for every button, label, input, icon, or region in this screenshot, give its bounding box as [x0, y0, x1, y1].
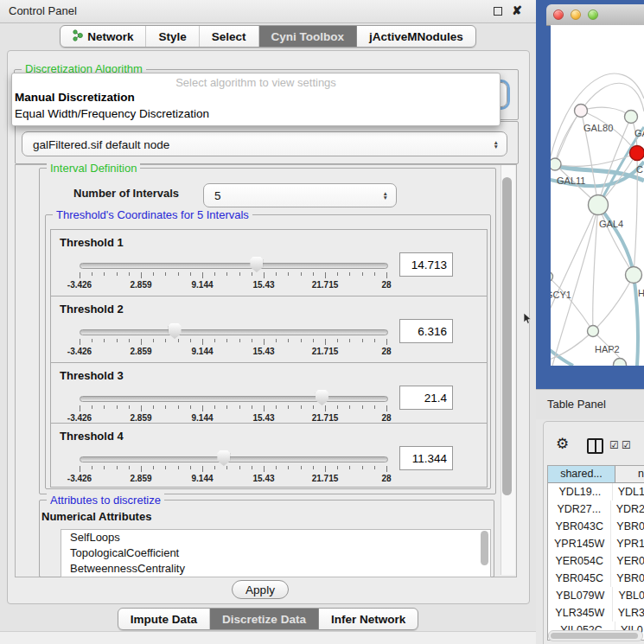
minimize-traffic-light-icon[interactable] — [571, 10, 581, 20]
table-row[interactable]: YBR043CYBR0 — [548, 518, 644, 535]
table-panel-title: Table Panel — [547, 398, 606, 411]
cell-shared-name[interactable]: YDL19... — [548, 483, 613, 501]
network-node-gal80[interactable] — [575, 105, 588, 118]
table-panel-body: ⚙ ☑ ☑ shared...nYDL19...YDL1YDR27...YDR2… — [543, 421, 644, 644]
tab-select[interactable]: Select — [200, 26, 259, 47]
threshold-label: Threshold 3 — [60, 369, 124, 382]
cell-shared-name[interactable]: YBR043C — [548, 518, 611, 535]
cell-name[interactable]: YPR1 — [611, 535, 644, 552]
cell-name[interactable]: YBR0 — [611, 518, 644, 535]
tick-mark — [202, 405, 203, 411]
attributes-scrollbar-thumb[interactable] — [481, 531, 488, 565]
tick-mark — [252, 272, 252, 276]
cell-shared-name[interactable]: YDR27... — [548, 501, 611, 518]
slider-track[interactable] — [80, 263, 388, 269]
tick-mark — [276, 272, 277, 276]
table-row[interactable]: YLR345WYLR3 — [548, 604, 644, 622]
horizontal-scrollbar-thumb[interactable] — [551, 633, 638, 639]
attribute-item-selfloops[interactable]: SelfLoops — [61, 530, 490, 545]
gray-edge — [598, 205, 634, 275]
table-row[interactable]: YBR045CYBR0 — [548, 570, 644, 587]
attribute-item-topologicalcoefficient[interactable]: TopologicalCoefficient — [61, 545, 490, 561]
slider-track[interactable] — [80, 456, 388, 462]
tick-mark — [214, 466, 215, 469]
slider-thumb[interactable] — [250, 257, 263, 272]
columns-icon[interactable] — [587, 438, 603, 454]
cell-shared-name[interactable]: YER054C — [548, 552, 611, 570]
table-row[interactable]: YBL079WYBL0 — [548, 587, 644, 604]
cell-shared-name[interactable]: YBL079W — [548, 587, 613, 604]
cell-name[interactable]: YER0 — [611, 552, 644, 570]
threshold-value-field[interactable]: 14.713 — [399, 252, 453, 277]
threshold-value-field[interactable]: 11.344 — [399, 446, 453, 470]
tick-mark — [226, 405, 227, 409]
dropdown-option-equal-width-frequency[interactable]: Equal Width/Frequency Discretization — [15, 107, 209, 120]
table-panel-header: Table Panel — [536, 389, 644, 419]
tab-network[interactable]: Network — [61, 26, 146, 47]
numerical-attributes-label: Numerical Attributes — [41, 510, 151, 523]
dropdown-option-manual-discretization[interactable]: Manual Discretization — [15, 91, 135, 104]
number-of-intervals-combo[interactable]: 5 ▲▼ — [203, 183, 397, 207]
slider-thumb[interactable] — [316, 390, 328, 405]
column-header-shared-name[interactable]: shared... — [548, 466, 615, 482]
float-window-icon[interactable] — [494, 7, 502, 16]
tab-impute-data[interactable]: Impute Data — [118, 609, 210, 629]
cell-name[interactable]: YDR2 — [611, 501, 644, 518]
tick-mark — [337, 339, 338, 342]
table-row[interactable]: YDL19...YDL1 — [548, 483, 644, 501]
node-attribute-table[interactable]: shared...nYDL19...YDL1YDR27...YDR2YBR043… — [547, 465, 644, 641]
tick-mark — [349, 272, 350, 276]
threshold-value-field[interactable]: 21.4 — [399, 386, 453, 410]
cell-shared-name[interactable]: YBR045C — [548, 570, 611, 587]
threshold-value-field[interactable]: 6.316 — [399, 319, 453, 343]
tick-mark — [92, 405, 92, 409]
horizontal-scrollbar-track[interactable] — [548, 630, 643, 641]
network-node-ha[interactable] — [626, 267, 642, 284]
tick-mark — [165, 339, 166, 342]
tick-mark — [313, 466, 314, 469]
network-node-c[interactable] — [630, 146, 644, 161]
vertical-scrollbar-thumb[interactable] — [502, 177, 512, 495]
cell-shared-name[interactable]: YPR145W — [548, 535, 611, 552]
network-node-gal[interactable] — [625, 111, 638, 124]
tick-mark — [349, 466, 350, 469]
tick-mark — [190, 339, 191, 342]
apply-button[interactable]: Apply — [232, 580, 289, 599]
numerical-attributes-list[interactable]: SelfLoopsTopologicalCoefficientBetweenne… — [61, 529, 491, 577]
tick-mark — [301, 405, 302, 409]
tab-infer-network[interactable]: Infer Network — [319, 609, 418, 629]
table-row[interactable]: YPR145WYPR1 — [548, 535, 644, 552]
checkbox-icon[interactable]: ☑ — [609, 439, 619, 451]
cell-name[interactable]: YLR3 — [613, 604, 644, 622]
slider-track[interactable] — [80, 396, 388, 402]
zoom-traffic-light-icon[interactable] — [588, 10, 598, 20]
slider-thumb[interactable] — [169, 323, 182, 339]
close-traffic-light-icon[interactable] — [553, 10, 564, 20]
table-row[interactable]: YER054CYER0 — [548, 552, 644, 570]
slider-track[interactable] — [80, 329, 388, 335]
table-data-combo[interactable]: galFiltered.sif default node ▲▼ — [22, 131, 507, 156]
cell-name[interactable]: YBL0 — [613, 587, 644, 604]
network-node-gcy1[interactable] — [551, 272, 553, 282]
tab-jactivemnodules[interactable]: jActiveMNodules — [357, 26, 475, 47]
cell-name[interactable]: YBR0 — [611, 570, 644, 587]
cell-name[interactable]: YDL1 — [613, 483, 644, 501]
table-row[interactable]: YDR27...YDR2 — [548, 501, 644, 518]
tab-cyni-toolbox[interactable]: Cyni Toolbox — [259, 26, 358, 47]
column-header-name[interactable]: n — [615, 466, 644, 482]
network-node-8[interactable] — [614, 359, 627, 367]
tab-discretize-data[interactable]: Discretize Data — [210, 609, 319, 629]
threshold-4-box: Threshold 4-3.4262.8599.14415.4321.71528… — [50, 423, 488, 488]
slider-thumb[interactable] — [217, 450, 230, 466]
close-icon[interactable]: ✘ — [512, 3, 522, 17]
attribute-item-betweennesscentrality[interactable]: BetweennessCentrality — [61, 561, 490, 577]
cell-shared-name[interactable]: YLR345W — [548, 604, 613, 622]
gear-icon[interactable]: ⚙ — [556, 435, 569, 453]
network-canvas[interactable]: GAL80GALCGAL11GAL4GCY1HAHAP2 — [551, 25, 644, 366]
network-node-gal11[interactable] — [551, 158, 561, 170]
tick-label: 21.715 — [312, 413, 339, 423]
checkbox-icon[interactable]: ☑ — [622, 439, 631, 451]
network-node-gal4[interactable] — [589, 195, 609, 215]
tab-style[interactable]: Style — [146, 26, 199, 47]
network-node-hap2[interactable] — [588, 326, 599, 337]
